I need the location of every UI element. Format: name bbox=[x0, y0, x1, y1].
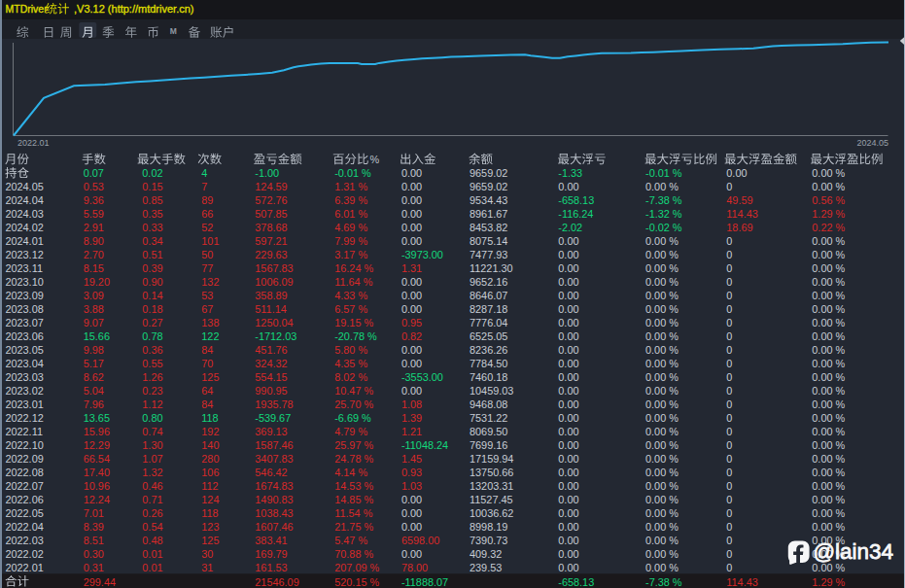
svg-text:358.89: 358.89 bbox=[255, 290, 287, 301]
svg-text:192: 192 bbox=[201, 426, 219, 437]
svg-text:0.46: 0.46 bbox=[142, 480, 162, 492]
svg-text:1.12: 1.12 bbox=[142, 398, 162, 410]
svg-text:0.27: 0.27 bbox=[142, 317, 162, 329]
svg-text:0.35: 0.35 bbox=[142, 208, 162, 220]
svg-text:0.00 %: 0.00 % bbox=[812, 167, 845, 179]
svg-text:125: 125 bbox=[201, 371, 219, 383]
svg-text:1.29 %: 1.29 % bbox=[812, 576, 845, 588]
svg-text:0.00: 0.00 bbox=[558, 303, 578, 315]
svg-text:7.99 %: 7.99 % bbox=[334, 235, 367, 247]
svg-text:1935.78: 1935.78 bbox=[255, 398, 293, 410]
svg-text:0.00 %: 0.00 % bbox=[812, 453, 845, 465]
svg-text:0: 0 bbox=[726, 521, 732, 533]
svg-text:11.54 %: 11.54 % bbox=[334, 507, 372, 519]
svg-text:0: 0 bbox=[726, 262, 732, 274]
svg-text:8998.19: 8998.19 bbox=[470, 521, 507, 533]
svg-text:8.15: 8.15 bbox=[84, 262, 104, 274]
svg-text:0: 0 bbox=[726, 467, 732, 478]
svg-text:0: 0 bbox=[726, 412, 732, 424]
svg-text:0.00: 0.00 bbox=[558, 330, 578, 342]
svg-text:0.18: 0.18 bbox=[142, 303, 162, 315]
svg-text:1006.09: 1006.09 bbox=[255, 276, 293, 288]
svg-text:0.23: 0.23 bbox=[142, 385, 162, 397]
svg-text:0.00 %: 0.00 % bbox=[812, 412, 845, 424]
svg-text:112: 112 bbox=[201, 480, 218, 492]
svg-text:84: 84 bbox=[201, 398, 213, 410]
svg-text:-20.78 %: -20.78 % bbox=[334, 330, 377, 342]
svg-text:0: 0 bbox=[726, 548, 732, 560]
svg-text:546.42: 546.42 bbox=[255, 467, 287, 478]
svg-text:0.00: 0.00 bbox=[558, 235, 578, 247]
svg-text:2023.06: 2023.06 bbox=[5, 330, 43, 342]
svg-text:0.00 %: 0.00 % bbox=[812, 426, 845, 437]
svg-text:0.00 %: 0.00 % bbox=[645, 480, 679, 492]
svg-text:0.00: 0.00 bbox=[401, 194, 422, 206]
svg-text:132: 132 bbox=[201, 276, 219, 288]
svg-text:8.02 %: 8.02 % bbox=[334, 371, 367, 383]
svg-text:1.03: 1.03 bbox=[401, 480, 422, 492]
svg-text:125: 125 bbox=[201, 535, 219, 546]
svg-text:169.79: 169.79 bbox=[255, 548, 287, 560]
svg-text:2022.04: 2022.04 bbox=[5, 521, 43, 533]
svg-text:0.00: 0.00 bbox=[401, 303, 422, 315]
svg-text:8.39: 8.39 bbox=[84, 521, 104, 533]
svg-text:1.31 %: 1.31 % bbox=[334, 181, 367, 192]
svg-text:4.35 %: 4.35 % bbox=[334, 358, 367, 369]
svg-text:0.22 %: 0.22 % bbox=[812, 222, 845, 233]
svg-text:-7.38 %: -7.38 % bbox=[645, 576, 682, 588]
svg-text:0.00 %: 0.00 % bbox=[645, 303, 679, 315]
svg-text:0.00 %: 0.00 % bbox=[812, 494, 845, 505]
svg-text:0.00 %: 0.00 % bbox=[645, 235, 679, 247]
svg-text:2022.07: 2022.07 bbox=[5, 480, 43, 492]
svg-text:0: 0 bbox=[726, 480, 732, 492]
svg-text:8287.18: 8287.18 bbox=[470, 303, 507, 315]
svg-text:0.00: 0.00 bbox=[558, 181, 578, 192]
svg-text:0.00: 0.00 bbox=[401, 548, 422, 560]
svg-text:0.00 %: 0.00 % bbox=[812, 303, 845, 315]
svg-text:2022.05: 2022.05 bbox=[5, 507, 43, 519]
svg-text:7531.22: 7531.22 bbox=[470, 412, 507, 424]
svg-text:0.00: 0.00 bbox=[558, 249, 578, 260]
svg-text:0.00 %: 0.00 % bbox=[645, 453, 679, 465]
svg-text:9468.08: 9468.08 bbox=[470, 398, 507, 410]
svg-text:25.70 %: 25.70 % bbox=[334, 398, 373, 410]
svg-text:0.02: 0.02 bbox=[142, 167, 162, 179]
svg-text:0.00: 0.00 bbox=[558, 494, 578, 505]
svg-text:0: 0 bbox=[726, 398, 732, 410]
svg-text:4.14 %: 4.14 % bbox=[334, 467, 367, 478]
svg-text:0.14: 0.14 bbox=[142, 290, 162, 301]
svg-text:0.80: 0.80 bbox=[142, 412, 162, 424]
svg-text:84: 84 bbox=[201, 344, 213, 356]
svg-text:11527.45: 11527.45 bbox=[470, 494, 513, 505]
svg-text:0: 0 bbox=[726, 494, 732, 505]
svg-text:2024.03: 2024.03 bbox=[5, 208, 43, 220]
svg-text:0.00: 0.00 bbox=[401, 290, 422, 301]
svg-text:0.00 %: 0.00 % bbox=[645, 344, 679, 356]
svg-text:2022.06: 2022.06 bbox=[5, 494, 43, 505]
svg-text:597.21: 597.21 bbox=[255, 235, 287, 247]
svg-text:1674.83: 1674.83 bbox=[255, 480, 293, 492]
svg-text:8.51: 8.51 bbox=[84, 535, 104, 546]
svg-text:0.00 %: 0.00 % bbox=[812, 317, 845, 329]
svg-text:0.00 %: 0.00 % bbox=[812, 358, 845, 369]
svg-text:0.51: 0.51 bbox=[142, 249, 162, 260]
svg-text:0.00: 0.00 bbox=[558, 548, 578, 560]
svg-text:8.90: 8.90 bbox=[84, 235, 104, 247]
svg-text:7776.04: 7776.04 bbox=[470, 317, 507, 329]
svg-text:409.32: 409.32 bbox=[470, 548, 502, 560]
svg-text:0.90: 0.90 bbox=[142, 276, 162, 288]
svg-text:0.36: 0.36 bbox=[142, 344, 162, 356]
svg-text:572.76: 572.76 bbox=[255, 194, 287, 206]
svg-text:53: 53 bbox=[201, 290, 213, 301]
svg-text:1.29 %: 1.29 % bbox=[812, 208, 845, 220]
svg-text:7.01: 7.01 bbox=[84, 507, 104, 519]
svg-text:11.64 %: 11.64 % bbox=[334, 276, 372, 288]
svg-text:0.00 %: 0.00 % bbox=[645, 262, 679, 274]
svg-text:2024.05: 2024.05 bbox=[5, 181, 43, 192]
svg-text:0.00: 0.00 bbox=[401, 276, 422, 288]
svg-text:15.66: 15.66 bbox=[84, 330, 110, 342]
svg-text:3407.83: 3407.83 bbox=[255, 453, 293, 465]
svg-text:6.01 %: 6.01 % bbox=[334, 208, 367, 220]
svg-text:0.00 %: 0.00 % bbox=[645, 521, 679, 533]
svg-text:511.14: 511.14 bbox=[255, 303, 287, 315]
